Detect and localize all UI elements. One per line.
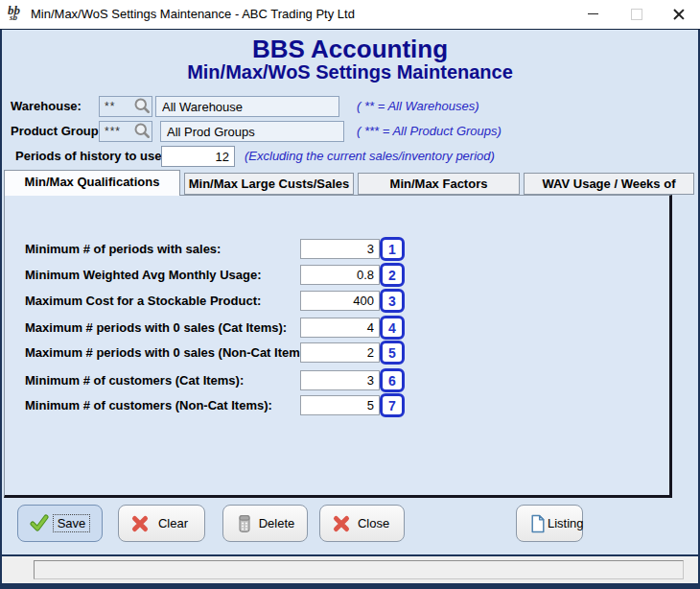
warehouse-label: Warehouse: [11, 99, 82, 113]
status-bar [2, 556, 698, 583]
tab-minmax-large-custs-sales[interactable]: Min/Max Large Custs/Sales [184, 173, 354, 195]
window-title: Min/Max/WoS Settings Maintenance - ABC T… [31, 7, 355, 21]
field-label: Maximum Cost for a Stockable Product: [25, 294, 261, 308]
warehouse-note: ( ** = All Warehouses) [357, 99, 479, 113]
field-label: Minimum Weighted Avg Monthly Usage: [25, 268, 262, 282]
red-cross-icon [130, 514, 150, 533]
max-cost-stockable-product-input[interactable] [300, 291, 380, 311]
warehouse-code-value: ** [100, 100, 132, 113]
field-badge-1: 1 [380, 237, 405, 261]
status-message-field [34, 560, 684, 579]
product-group-label: Product Group: [11, 124, 103, 138]
min-weighted-avg-monthly-usage-input[interactable] [300, 265, 380, 285]
minimize-button[interactable] [572, 0, 615, 28]
periods-note: (Excluding the current sales/inventory p… [245, 149, 495, 163]
field-badge-3: 3 [380, 289, 405, 313]
clear-button[interactable]: Clear [118, 505, 205, 542]
warehouse-description-input[interactable] [155, 96, 339, 117]
min-customers-noncat-input[interactable] [300, 395, 380, 415]
tab-minmax-factors[interactable]: Min/Max Factors [358, 173, 520, 195]
min-periods-with-sales-input[interactable] [300, 239, 380, 259]
field-label: Maximum # periods with 0 sales (Non-Cat … [25, 345, 315, 360]
search-icon [132, 97, 152, 116]
app-window: bbsb Min/Max/WoS Settings Maintenance - … [0, 0, 700, 589]
delete-button[interactable]: Delete [222, 505, 308, 542]
delete-button-label: Delete [254, 516, 299, 530]
close-window-button[interactable]: Close [319, 505, 405, 542]
max-periods-zero-sales-cat-input[interactable] [300, 318, 380, 338]
clear-button-label: Clear [150, 516, 197, 530]
tab-wav-usage-weeks-of-stock[interactable]: WAV Usage / Weeks of Stock [524, 173, 694, 195]
warehouse-code-field[interactable]: ** [99, 96, 152, 117]
page-title: Min/Max/WoS Settings Maintenance [2, 61, 698, 83]
close-icon [673, 9, 685, 20]
save-button-label: Save [54, 515, 90, 531]
listing-button-label: Listing [548, 516, 584, 530]
checkmark-icon [30, 514, 49, 533]
tab-minmax-qualifications[interactable]: Min/Max Qualifications [4, 170, 180, 196]
save-button[interactable]: Save [17, 505, 103, 542]
listing-button[interactable]: Listing [516, 505, 583, 542]
periods-input[interactable] [161, 146, 235, 167]
product-group-description-input[interactable] [160, 121, 344, 142]
field-badge-2: 2 [380, 263, 405, 287]
field-badge-7: 7 [380, 393, 405, 417]
window-body: BBS Accounting Min/Max/WoS Settings Main… [2, 30, 698, 554]
product-group-code-field[interactable]: *** [99, 121, 152, 142]
max-periods-zero-sales-noncat-input[interactable] [300, 342, 380, 363]
document-icon [528, 514, 548, 533]
red-cross-icon [332, 514, 351, 533]
field-label: Minimum # of customers (Cat Items): [25, 373, 244, 388]
field-badge-6: 6 [380, 368, 405, 392]
field-label: Minimum # of periods with sales: [25, 242, 221, 256]
close-button-label: Close [351, 516, 396, 530]
field-label: Minimum # of customers (Non-Cat Items): [25, 398, 272, 412]
eraser-icon [235, 514, 254, 533]
field-badge-5: 5 [380, 341, 405, 365]
product-group-note: ( *** = All Product Groups) [357, 124, 502, 138]
periods-label: Periods of history to use: [15, 149, 166, 163]
search-icon [132, 122, 152, 141]
warehouse-lookup-button[interactable] [132, 97, 152, 116]
minimize-icon [588, 13, 598, 14]
maximize-icon [631, 9, 642, 20]
maximize-button[interactable] [615, 0, 658, 28]
close-button[interactable] [657, 0, 700, 28]
product-group-lookup-button[interactable] [132, 122, 152, 141]
field-label: Maximum # periods with 0 sales (Cat Item… [25, 320, 287, 335]
title-bar: bbsb Min/Max/WoS Settings Maintenance - … [0, 0, 700, 30]
app-title: BBS Accounting [2, 35, 698, 64]
product-group-code-value: *** [100, 125, 132, 138]
tab-panel-minmax-qualifications: Minimum # of periods with sales: 1 Minim… [4, 195, 672, 498]
min-customers-cat-input[interactable] [300, 370, 380, 390]
field-badge-4: 4 [380, 316, 405, 340]
app-logo-icon: bbsb [8, 6, 25, 23]
